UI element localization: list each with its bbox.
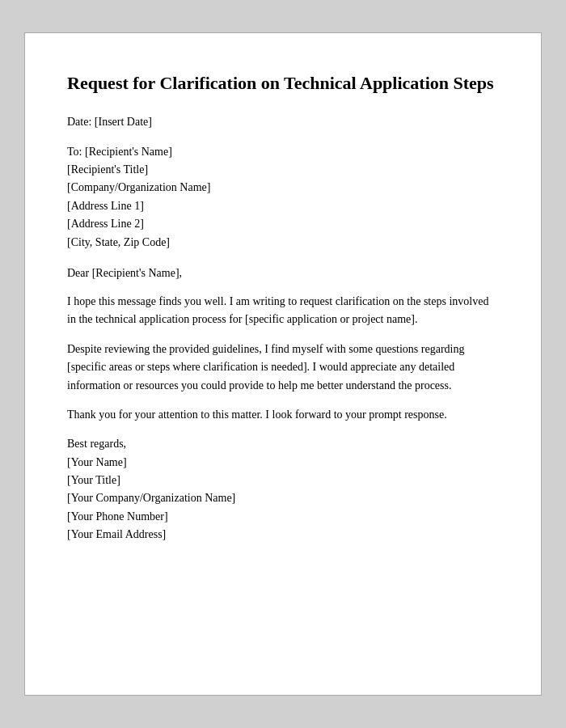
salutation: Dear [Recipient's Name], bbox=[67, 265, 499, 281]
paragraph-3: Thank you for your attention to this mat… bbox=[67, 406, 499, 424]
closing-block: Best regards, [Your Name] [Your Title] [… bbox=[67, 435, 499, 544]
address-city: [City, State, Zip Code] bbox=[67, 234, 499, 252]
address-company: [Company/Organization Name] bbox=[67, 179, 499, 197]
paragraph-2: Despite reviewing the provided guideline… bbox=[67, 341, 499, 395]
address-block: To: [Recipient's Name] [Recipient's Titl… bbox=[67, 143, 499, 252]
closing-company: [Your Company/Organization Name] bbox=[67, 489, 499, 507]
closing-title: [Your Title] bbox=[67, 472, 499, 489]
closing-email: [Your Email Address] bbox=[67, 526, 499, 544]
address-recipient-title: [Recipient's Title] bbox=[67, 161, 499, 179]
address-line2: [Address Line 2] bbox=[67, 215, 499, 233]
date-line: Date: [Insert Date] bbox=[67, 113, 499, 130]
address-line1: [Address Line 1] bbox=[67, 197, 499, 215]
address-to: To: [Recipient's Name] bbox=[67, 143, 499, 161]
document: Request for Clarification on Technical A… bbox=[24, 32, 542, 696]
closing-name: [Your Name] bbox=[67, 454, 499, 472]
paragraph-1: I hope this message finds you well. I am… bbox=[67, 293, 499, 329]
closing-regards: Best regards, bbox=[67, 435, 499, 453]
closing-phone: [Your Phone Number] bbox=[67, 508, 499, 526]
document-title: Request for Clarification on Technical A… bbox=[67, 72, 499, 95]
